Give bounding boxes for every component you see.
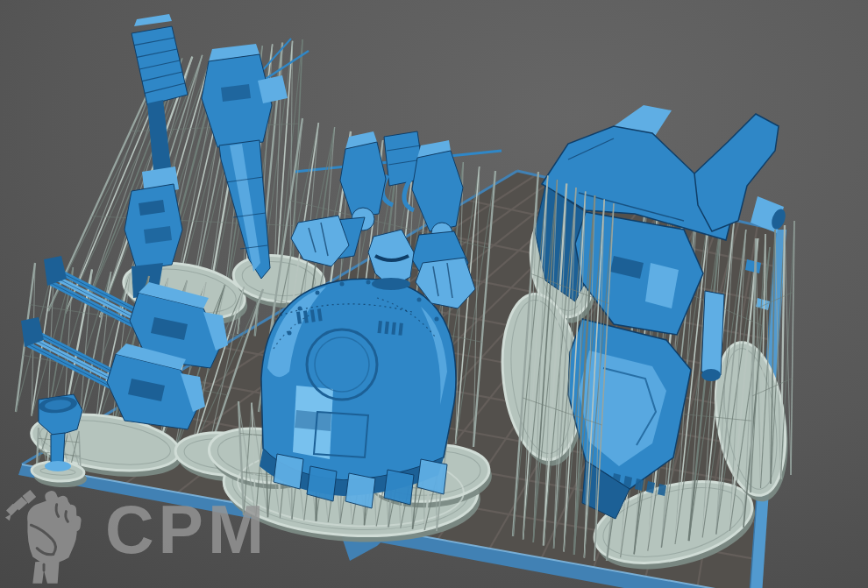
slicer-viewport[interactable]: CPM bbox=[0, 0, 868, 588]
scene-3d[interactable] bbox=[0, 0, 868, 588]
